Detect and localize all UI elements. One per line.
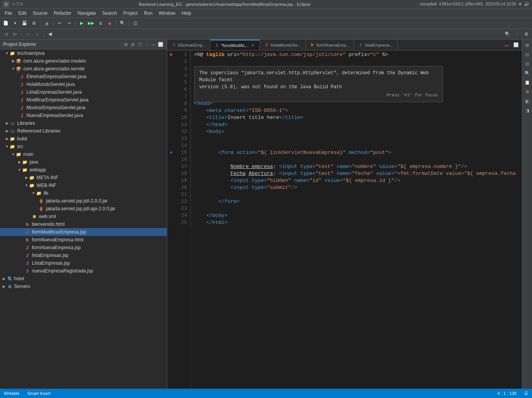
html-icon-bienvenido: h	[24, 221, 30, 227]
tree-item-web-xml[interactable]: ✱ web.xml	[0, 213, 167, 220]
toolbar2-last-edit-btn[interactable]: ◀|	[46, 30, 54, 38]
toolbar2-perspective-toggle-btn[interactable]: ⊞	[522, 30, 530, 38]
menu-navigate[interactable]: Navigate	[74, 10, 99, 17]
tree-item-jakarta-jstl[interactable]: 🏺 jakarta.servlet.jsp.jstl-2.0.0.jar	[0, 197, 167, 205]
package-icon-modelo: 📦	[16, 58, 22, 64]
tree-item-src-main-java[interactable]: ▼ 📁 src/main/java	[0, 49, 167, 57]
right-panel-icon-2[interactable]: ⊡	[523, 51, 531, 58]
toolbar-new-btn[interactable]: 📄	[2, 19, 10, 28]
toolbar-print-btn[interactable]: 🖨	[42, 19, 51, 28]
sidebar-maximize-icon[interactable]: ⬜	[158, 41, 164, 47]
toolbar2-forward-btn[interactable]: ▷	[11, 30, 19, 38]
menu-refactor[interactable]: Refactor	[51, 10, 74, 17]
toolbar-run-btn[interactable]: ▶▶	[87, 19, 95, 28]
menu-file[interactable]: File	[2, 10, 15, 17]
title-bar-volume-icon[interactable]: 🔊	[524, 2, 529, 6]
tree-item-HolaMundoServlet[interactable]: J HolaMundoServlet.java	[0, 80, 167, 88]
tree-item-MostrarEmpresaServlet[interactable]: J MostrarEmpresaServlet.java	[0, 104, 167, 112]
tree-item-WEB-INF[interactable]: ▼ 📁 WEB-INF	[0, 182, 167, 189]
tree-item-NuevaEmpresaServlet[interactable]: J NuevaEmpresaServlet.java	[0, 112, 167, 119]
sidebar-collapse-all-icon[interactable]: ⊟	[122, 41, 129, 47]
tree-item-formModificarEmpresa-jsp[interactable]: J formModificarEmpresa.jsp	[0, 228, 167, 236]
toolbar2-back-btn[interactable]: ◁	[2, 30, 10, 38]
tree-item-lib[interactable]: ▼ 📁 lib	[0, 189, 167, 197]
tree-label-WEB-INF: WEB-INF	[37, 183, 56, 188]
right-panel-icon-3[interactable]: ⊟	[523, 60, 531, 68]
code-line-1: <%@ taglib uri="http://java.sun.com/jsp/…	[194, 51, 522, 58]
tree-item-jakarta-jstl-api[interactable]: 🏺 jakarta.servlet.jsp.jstl-api-2.0.0.jar	[0, 205, 167, 213]
menu-project[interactable]: Project	[120, 10, 141, 17]
toolbar-new-dropdown-btn[interactable]: ▾	[11, 19, 19, 28]
menu-window[interactable]: Window	[156, 10, 178, 17]
sidebar-more-icon[interactable]: ⋮	[144, 41, 150, 47]
toolbar2-prev-edit-btn[interactable]: ↑	[24, 30, 32, 38]
editor-tab-listaEmpresa[interactable]: J listaEmpresa...	[354, 40, 397, 50]
folder-icon-src-main-java: 📁	[9, 50, 16, 56]
tree-item-ListaEmpresas-jsp[interactable]: J ListaEmpresas.jsp	[0, 259, 167, 267]
toolbar-perspective-btn[interactable]: ◫	[131, 19, 140, 28]
title-bar-system-icon[interactable]: ⚙	[3, 1, 9, 7]
tab-close-formModific[interactable]: ✕	[250, 43, 256, 48]
toolbar-stop-btn[interactable]: ■	[105, 19, 114, 28]
toolbar-search-btn[interactable]: 🔍	[118, 19, 127, 28]
editor-tab-EliminarEmp[interactable]: J EliminarEmp...	[167, 40, 210, 50]
editor-tab-formModific[interactable]: J *formModific... ✕	[210, 40, 260, 50]
menu-help[interactable]: Help	[178, 10, 194, 17]
right-panel-icon-7[interactable]: ◧	[523, 97, 531, 105]
menu-edit[interactable]: Edit	[15, 10, 30, 17]
code-editor[interactable]: ✖	[167, 51, 522, 389]
editor-tab-HolaMundoSe[interactable]: J HolaMundoSe...	[260, 40, 306, 50]
right-panel-icon-4[interactable]: 🔍	[523, 69, 531, 77]
toolbar2-next-edit-btn[interactable]: ↓	[33, 30, 42, 38]
right-panel-icon-6[interactable]: ⚙	[523, 88, 531, 96]
tree-item-build[interactable]: ▶ 📁 build	[0, 135, 167, 143]
toolbar-save-btn[interactable]: 💾	[20, 19, 29, 28]
tree-item-referenced-libraries[interactable]: ▶ 🗂 Referenced Libraries	[0, 127, 167, 135]
menu-source[interactable]: Source	[30, 10, 51, 17]
title-bar-settings-icon[interactable]: ⚙	[518, 2, 522, 6]
tree-item-bienvenido-html[interactable]: h bienvenido.html	[0, 220, 167, 228]
right-panel-icon-5[interactable]: 📋	[523, 79, 531, 86]
sidebar-minimize-icon[interactable]: —	[150, 41, 157, 47]
code-tag: >	[388, 149, 391, 156]
editor-maximize-icon[interactable]: ⬜	[512, 41, 520, 49]
toolbar-debug-btn[interactable]: ▶	[77, 19, 86, 28]
gutter-empty-7	[167, 93, 175, 100]
tree-item-hotel[interactable]: ▶ 🏗 hotel	[0, 275, 167, 283]
toolbar-undo-btn[interactable]: ↩	[55, 19, 64, 28]
menu-search[interactable]: Search	[99, 10, 120, 17]
right-panel-icon-8[interactable]: ◨	[523, 106, 531, 114]
tree-item-main[interactable]: ▼ 📁 main	[0, 150, 167, 158]
tree-item-pkg-servlet[interactable]: ▼ 📦 com.alura.gerenciador.servlet	[0, 65, 167, 73]
tree-item-servers[interactable]: ▶ 🖥 Servers	[0, 283, 167, 290]
right-panel-icon-1[interactable]: ⊞	[523, 41, 531, 49]
code-line-20: <input type="submit"/>	[194, 184, 522, 191]
toolbar-save-all-btn[interactable]: ⊞	[30, 19, 38, 28]
tree-item-webapp[interactable]: ▼ 📁 webapp	[0, 166, 167, 174]
menu-run[interactable]: Run	[141, 10, 156, 17]
tree-item-java[interactable]: ▶ 📁 java	[0, 158, 167, 166]
toolbar2-more-btn[interactable]: ⋮	[513, 30, 521, 38]
code-tag: />	[461, 163, 467, 170]
sidebar-sync-icon[interactable]: ⇄	[130, 41, 136, 47]
title-bar-datetime: 2023-05-14 12:09	[485, 2, 516, 6]
tree-item-listaEmpresas-jsp[interactable]: J listaEmpresas.jsp	[0, 251, 167, 259]
sidebar-filter-icon[interactable]: ▽	[136, 41, 143, 47]
tree-item-ListaEmpresasServlet[interactable]: J ListaEmpresasServlet.java	[0, 88, 167, 96]
tree-item-META-INF[interactable]: ▶ 📁 META-INF	[0, 174, 167, 182]
code-content-area[interactable]: The superclass "jakarta.servlet.http.Htt…	[191, 51, 522, 389]
tree-item-pkg-modelo[interactable]: ▶ 📦 com.alura.gerenciador.modelo	[0, 57, 167, 65]
tree-item-libraries[interactable]: ▶ 🗂 Libraries	[0, 119, 167, 127]
toolbar-redo-btn[interactable]: ↪	[65, 19, 73, 28]
status-menu-icon[interactable]: ☰	[524, 391, 528, 396]
toolbar-suspend-btn[interactable]: ⏸	[96, 19, 105, 28]
tree-item-src[interactable]: ▼ 📁 src	[0, 143, 167, 150]
editor-tab-formNuevaEmp[interactable]: h formNuevaEmp...	[306, 40, 354, 50]
tree-item-ModificarEmpresaServlet[interactable]: J ModificarEmpresaServlet.java	[0, 96, 167, 104]
tree-item-formNuevaEmpresa-jsp[interactable]: J formNuevaEmpresa.jsp	[0, 244, 167, 251]
tree-item-formNuevaEmpresa-html[interactable]: h formNuevaEmpresa.html	[0, 236, 167, 244]
toolbar2-search-input-btn[interactable]: 🔍	[503, 30, 512, 38]
tree-item-nuevaEmpresaRegistrada-jsp[interactable]: J nuevaEmpresaRegistrada.jsp	[0, 267, 167, 275]
tree-item-EliminarEmpresaServlet[interactable]: J EliminarEmpresaServlet.java	[0, 73, 167, 80]
editor-minimize-icon[interactable]: —	[502, 41, 511, 49]
